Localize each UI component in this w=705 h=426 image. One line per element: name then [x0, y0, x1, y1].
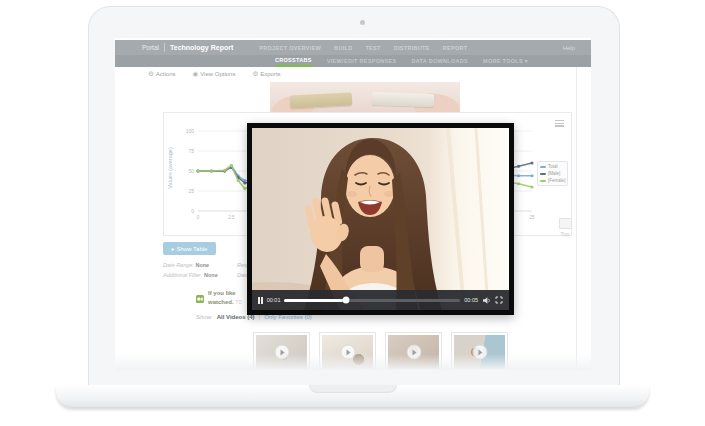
gear-icon: ⚙ [148, 70, 154, 78]
play-icon[interactable] [274, 345, 289, 360]
play-icon[interactable] [472, 345, 487, 360]
white-phone-image [372, 92, 434, 107]
scroll-top-button[interactable]: Top [555, 218, 575, 237]
filter-value: None [204, 272, 218, 278]
video-thumbnails-row [253, 332, 508, 370]
play-icon: ▸ [172, 245, 175, 252]
fullscreen-icon[interactable] [495, 296, 503, 304]
secondary-tabs: CROSSTABSVIEW/EDIT RESPONSESDATA DOWNLOA… [115, 55, 591, 67]
svg-text:25: 25 [188, 188, 194, 194]
progress-bar[interactable] [284, 299, 460, 302]
legend-marker [540, 180, 546, 182]
gold-phone-image [290, 92, 353, 108]
toolbar-label: Actions [156, 71, 176, 77]
current-time: 00:01 [267, 297, 281, 303]
laptop-webcam [360, 20, 365, 25]
exports-button[interactable]: ⚙Exports [252, 70, 280, 78]
filter-value: None [195, 262, 209, 268]
laptop-display: Portal Technology Report PROJECT OVERVIE… [115, 38, 591, 370]
chart-legend: Total[Male][Female] [537, 161, 568, 186]
scroll-top-icon [559, 218, 572, 229]
legend-marker [540, 173, 546, 175]
play-icon[interactable] [340, 345, 355, 360]
filter-label: Additional Filter: [163, 272, 204, 278]
video-player-overlay[interactable]: 00:01 00:05 [247, 123, 514, 315]
app-header: Portal Technology Report PROJECT OVERVIE… [115, 40, 591, 55]
primary-nav: PROJECT OVERVIEWBUILDTESTDISTRIBUTEREPOR… [259, 45, 467, 51]
svg-text:25: 25 [529, 215, 535, 220]
brand-label[interactable]: Portal [142, 44, 159, 51]
legend-item-female[interactable]: [Female] [540, 178, 565, 183]
nav-item-test[interactable]: TEST [365, 45, 380, 51]
nav-item-report[interactable]: REPORT [443, 45, 468, 51]
legend-item-total[interactable]: Total [540, 164, 565, 169]
svg-text:100: 100 [186, 128, 195, 134]
woman-waving-video-frame [252, 128, 509, 310]
nav-item-distribute[interactable]: DISTRIBUTE [394, 45, 430, 51]
project-title: Technology Report [170, 44, 233, 51]
show-table-label: Show Table [177, 246, 208, 252]
actions-button[interactable]: ⚙Actions [148, 70, 176, 78]
filter-label: Date Range: [163, 262, 195, 268]
favorites-note: If you like watched. TO [208, 289, 250, 307]
show-label: Show: [196, 314, 213, 320]
legend-label: [Female] [548, 178, 566, 183]
video-thumbnail-1[interactable] [253, 332, 310, 370]
header-divider [164, 43, 165, 52]
scroll-top-label: Top [555, 231, 575, 237]
duration-time: 00:05 [464, 297, 478, 303]
svg-text:0: 0 [191, 208, 194, 214]
legend-marker [540, 166, 546, 168]
view-options-button[interactable]: ◉View Options [193, 70, 236, 78]
note-line2: watched. [208, 299, 234, 305]
tab-crosstabs[interactable]: CROSSTABS [275, 55, 312, 67]
nav-item-project-overview[interactable]: PROJECT OVERVIEW [259, 45, 321, 51]
video-controls-bar: 00:01 00:05 [252, 290, 509, 310]
video-thumbnail-3[interactable] [385, 332, 442, 370]
video-thumbnail-4[interactable] [451, 332, 508, 370]
help-link[interactable]: Help [563, 45, 575, 51]
show-table-button[interactable]: ▸ Show Table [163, 242, 216, 255]
play-icon[interactable] [406, 345, 421, 360]
eye-icon: ◉ [193, 70, 199, 78]
video-thumbnail-2[interactable] [319, 332, 376, 370]
volume-icon[interactable] [482, 296, 491, 305]
tab-data-downloads[interactable]: DATA DOWNLOADS [411, 55, 468, 67]
exports-icon: ⚙ [252, 70, 258, 78]
pause-button[interactable] [258, 297, 263, 304]
nav-item-build[interactable]: BUILD [334, 45, 352, 51]
note-small-caps: TO [235, 300, 242, 305]
progress-knob[interactable] [342, 297, 349, 304]
toolbar: ⚙Actions◉View Options⚙Exports [115, 67, 591, 81]
legend-item-male[interactable]: [Male] [540, 171, 565, 176]
svg-text:75: 75 [188, 148, 194, 154]
note-line1: If you like [208, 290, 236, 296]
toolbar-label: View Options [200, 71, 235, 77]
toolbar-label: Exports [260, 71, 280, 77]
content-divider [576, 67, 577, 370]
svg-text:0: 0 [197, 215, 200, 220]
svg-text:2.5: 2.5 [228, 215, 235, 220]
legend-label: [Male] [548, 171, 560, 176]
progress-fill [284, 299, 346, 302]
tab-more-tools[interactable]: MORE TOOLS ▾ [483, 55, 528, 67]
video-camera-icon [196, 289, 204, 307]
legend-label: Total [548, 164, 558, 169]
tab-view-edit-responses[interactable]: VIEW/EDIT RESPONSES [327, 55, 397, 67]
laptop-base-notch [309, 385, 397, 393]
bright-window [427, 128, 509, 310]
svg-text:50: 50 [188, 168, 194, 174]
